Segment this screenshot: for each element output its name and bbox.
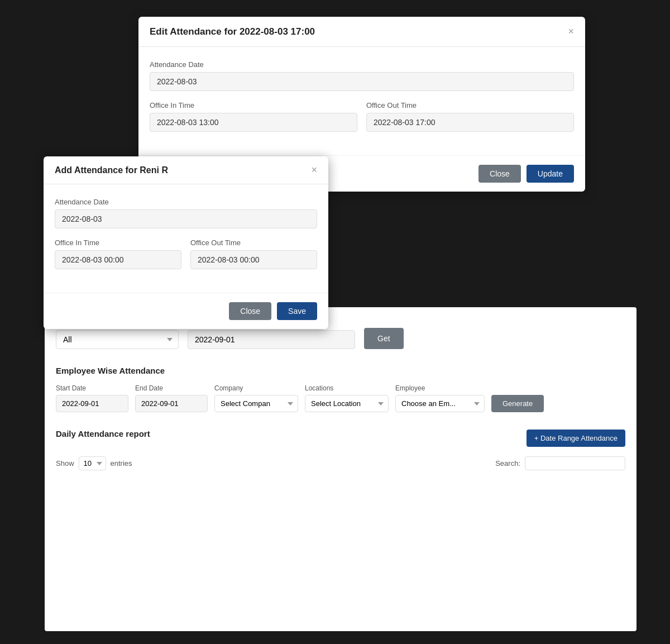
show-label: Show [56,459,74,468]
date-range-button[interactable]: + Date Range Attendance [527,430,625,447]
edit-office-out-label: Office Out Time [366,101,574,109]
edit-close-button[interactable]: Close [478,165,521,183]
edit-attendance-date-group: Attendance Date [150,60,574,91]
background-panel: Location All Date Get Employee Wise Atte… [45,307,636,631]
edit-office-in-label: Office In Time [150,101,357,109]
add-modal-body: Attendance Date Office In Time Office Ou… [44,184,328,293]
add-time-row: Office In Time Office Out Time [55,238,317,279]
employee-wise-title: Employee Wise Attendance [56,366,625,375]
edit-office-out-group: Office Out Time [366,101,574,132]
add-office-in-input[interactable] [55,250,181,269]
edit-office-in-input[interactable] [150,113,357,132]
daily-title: Daily Attendance report [56,429,150,438]
end-date-input[interactable] [135,395,208,412]
search-group: Search: [495,456,625,470]
locations-item: Locations Select Location [305,384,389,412]
employee-filter-row: Start Date End Date Company Select Compa… [56,384,625,412]
add-attendance-date-input[interactable] [55,209,317,228]
daily-header: Daily Attendance report + Date Range Att… [56,429,625,447]
add-save-button[interactable]: Save [277,302,317,320]
company-item: Company Select Compan [214,384,298,412]
edit-time-row: Office In Time Office Out Time [150,101,574,142]
edit-modal-title: Edit Attendance for 2022-08-03 17:00 [150,26,315,37]
start-date-item: Start Date [56,384,128,412]
locations-label: Locations [305,384,389,392]
add-attendance-date-label: Attendance Date [55,198,317,206]
generate-button[interactable]: Generate [491,395,544,412]
end-date-item: End Date [135,384,208,412]
add-office-out-label: Office Out Time [190,238,317,247]
add-office-out-input[interactable] [190,250,317,269]
location-select[interactable]: All [56,330,179,349]
company-label: Company [214,384,298,392]
edit-office-in-group: Office In Time [150,101,357,132]
add-attendance-modal: Add Attendance for Reni R × Attendance D… [44,156,328,329]
add-office-out-group: Office Out Time [190,238,317,269]
employee-select[interactable]: Choose an Em... [395,395,485,412]
add-modal-header: Add Attendance for Reni R × [44,156,328,184]
add-attendance-date-group: Attendance Date [55,198,317,228]
employee-wise-section: Employee Wise Attendance Start Date End … [56,366,625,412]
add-office-in-label: Office In Time [55,238,181,247]
start-date-label: Start Date [56,384,128,392]
search-label: Search: [495,459,520,468]
employee-item: Employee Choose an Em... [395,384,485,412]
locations-select[interactable]: Select Location [305,395,389,412]
edit-attendance-date-input[interactable] [150,72,574,91]
entries-select[interactable]: 10 [79,456,106,470]
end-date-label: End Date [135,384,208,392]
get-button[interactable]: Get [364,328,404,349]
edit-modal-close-button[interactable]: × [568,26,574,37]
add-modal-close-button[interactable]: × [311,164,317,176]
daily-section: Daily Attendance report + Date Range Att… [56,429,625,470]
edit-modal-body: Attendance Date Office In Time Office Ou… [138,47,585,155]
table-controls: Show 10 entries Search: [56,456,625,470]
add-modal-footer: Close Save [44,293,328,329]
company-select[interactable]: Select Compan [214,395,298,412]
start-date-input[interactable] [56,395,128,412]
edit-attendance-date-label: Attendance Date [150,60,574,69]
entries-label: entries [111,459,132,468]
add-office-in-group: Office In Time [55,238,181,269]
edit-office-out-input[interactable] [366,113,574,132]
add-close-button[interactable]: Close [229,302,271,320]
show-entries: Show 10 entries [56,456,132,470]
edit-modal-header: Edit Attendance for 2022-08-03 17:00 × [138,17,585,47]
add-modal-title: Add Attendance for Reni R [55,165,168,175]
date-input[interactable] [188,330,355,349]
search-input[interactable] [525,456,625,470]
edit-update-button[interactable]: Update [527,165,574,183]
employee-label: Employee [395,384,485,392]
